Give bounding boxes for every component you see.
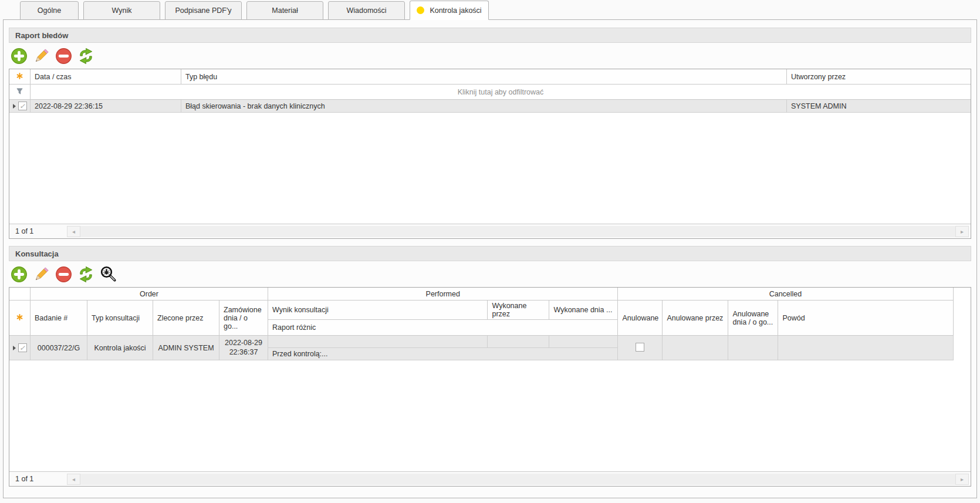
- tab-wynik[interactable]: Wynik: [83, 1, 160, 20]
- row-expander-icon[interactable]: [13, 346, 16, 350]
- check-icon: ✓: [19, 103, 25, 110]
- magnifier-bug-icon: [99, 265, 117, 283]
- column-header-wynik-konsultacji[interactable]: Wynik konsultacji: [268, 301, 488, 320]
- table-row[interactable]: ✓ 000037/22/G Kontrola jakości ADMIN SYS…: [9, 336, 972, 348]
- column-header-zamowione-dnia[interactable]: Zamówione dnia / o go...: [219, 301, 268, 336]
- required-asterisk-icon: [16, 73, 23, 79]
- refresh-icon: [77, 266, 94, 283]
- error-report-panel: Raport błedów: [9, 28, 971, 239]
- consultation-table: Order Performed Cancelled: [9, 287, 971, 360]
- delete-button[interactable]: [55, 265, 72, 283]
- error-report-toolbar: [9, 43, 971, 69]
- row-select-cell: ✓: [9, 336, 31, 360]
- column-header-powod[interactable]: Powód: [778, 301, 953, 336]
- add-button[interactable]: [10, 47, 28, 65]
- tab-label: Kontrola jakości: [430, 6, 481, 15]
- tab-podpisane-pdfy[interactable]: Podpisane PDF'y: [165, 1, 242, 20]
- horizontal-scrollbar[interactable]: ◂ ▸: [67, 226, 969, 237]
- cell-badanie: 000037/22/G: [31, 336, 87, 360]
- row-checkbox[interactable]: ✓: [18, 343, 27, 352]
- scroll-left-button[interactable]: ◂: [67, 474, 80, 485]
- scroll-track[interactable]: [80, 474, 955, 485]
- scroll-left-button[interactable]: ◂: [67, 226, 80, 237]
- cell-anulowane-dnia: [728, 336, 778, 360]
- group-header-order: Order: [31, 288, 268, 301]
- error-report-grid: Data / czas Typ błędu Utworzony przez Kl…: [9, 69, 971, 239]
- minus-circle-icon: [55, 266, 72, 283]
- grid-empty-area: [9, 360, 971, 471]
- tab-status-dot-icon: [417, 6, 424, 14]
- pencil-icon: [33, 48, 50, 65]
- table-row[interactable]: ✓ 2022-08-29 22:36:15 Błąd skierowania -…: [9, 100, 971, 113]
- tab-wiadomosci[interactable]: Wiadomości: [328, 1, 405, 20]
- tab-content: Raport błedów: [3, 19, 977, 498]
- inspect-button[interactable]: [99, 265, 117, 283]
- cell-wykonane-przez: [488, 336, 549, 348]
- pager-status: 1 of 1: [9, 227, 67, 235]
- cell-wykonane-dnia: [549, 336, 618, 348]
- cell-anulowane-przez: [663, 336, 728, 360]
- filter-input-row[interactable]: Kliknij tutaj aby odfiltrować: [31, 85, 971, 100]
- row-select-cell: ✓: [9, 100, 31, 113]
- column-header-badanie[interactable]: Badanie #: [31, 301, 87, 336]
- column-header-typ-konsultacji[interactable]: Typ konsultacji: [87, 301, 153, 336]
- group-header-row: Order Performed Cancelled: [9, 288, 972, 301]
- column-header-error-type[interactable]: Typ błędu: [181, 69, 787, 85]
- refresh-button[interactable]: [77, 265, 94, 283]
- group-header-cancelled: Cancelled: [618, 288, 953, 301]
- add-button[interactable]: [10, 265, 28, 283]
- column-header-anulowane[interactable]: Anulowane: [618, 301, 663, 336]
- anulowane-checkbox[interactable]: [636, 343, 644, 352]
- horizontal-scrollbar[interactable]: ◂ ▸: [67, 474, 969, 485]
- filter-cell-icon: [9, 85, 31, 100]
- tab-label: Ogólne: [38, 6, 61, 15]
- edit-button[interactable]: [32, 265, 50, 283]
- column-header-wykonane-dnia[interactable]: Wykonane dnia ...: [549, 301, 618, 320]
- cell-zamowione-dnia: 2022-08-29 22:36:37: [219, 336, 268, 360]
- tab-label: Wiadomości: [346, 6, 386, 15]
- column-header-wykonane-przez[interactable]: Wykonane przez: [488, 301, 549, 320]
- error-report-header: Raport błedów: [9, 28, 971, 43]
- consultation-pager: 1 of 1 ◂ ▸: [9, 471, 971, 486]
- cell-zlecone-przez: ADMIN SYSTEM: [153, 336, 219, 360]
- column-header-anulowane-przez[interactable]: Anulowane przez: [663, 301, 728, 336]
- panel-title: Raport błedów: [15, 31, 68, 40]
- column-header-date-time[interactable]: Data / czas: [31, 69, 181, 85]
- scroll-track[interactable]: [80, 226, 955, 237]
- column-header-row: Badanie # Typ konsultacji Zlecone przez …: [9, 301, 972, 320]
- column-header-anulowane-dnia[interactable]: Anulowane dnia / o go...: [728, 301, 778, 336]
- grid-empty-area: [9, 113, 971, 224]
- select-column-header: [9, 301, 31, 336]
- row-expander-icon[interactable]: [13, 104, 16, 109]
- scroll-right-button[interactable]: ▸: [955, 226, 969, 237]
- column-header-zlecone-przez[interactable]: Zlecone przez: [153, 301, 219, 336]
- pager-status: 1 of 1: [9, 475, 67, 483]
- row-checkbox[interactable]: ✓: [18, 102, 27, 110]
- column-header-row: Data / czas Typ błędu Utworzony przez: [9, 69, 971, 85]
- tab-material[interactable]: Materiał: [246, 1, 323, 20]
- panel-title: Konsultacja: [15, 249, 59, 258]
- required-asterisk-icon: [16, 314, 23, 320]
- tab-label: Podpisane PDF'y: [175, 6, 231, 15]
- tab-kontrola-jakosci[interactable]: Kontrola jakości: [410, 1, 489, 20]
- cell-anulowane: [618, 336, 663, 360]
- plus-circle-icon: [11, 48, 28, 65]
- filter-row: Kliknij tutaj aby odfiltrować: [9, 85, 971, 100]
- tab-ogolne[interactable]: Ogólne: [20, 1, 79, 20]
- column-header-created-by[interactable]: Utworzony przez: [787, 69, 971, 85]
- tab-label: Wynik: [112, 6, 132, 15]
- pencil-icon: [33, 266, 50, 283]
- cell-wynik-konsultacji: [268, 336, 488, 348]
- tab-label: Materiał: [272, 6, 298, 15]
- scroll-right-button[interactable]: ▸: [955, 474, 969, 485]
- select-column-header: [9, 69, 31, 85]
- edit-button[interactable]: [32, 47, 50, 65]
- consultation-grid: Order Performed Cancelled: [9, 287, 971, 487]
- refresh-button[interactable]: [77, 47, 94, 65]
- error-report-pager: 1 of 1 ◂ ▸: [9, 224, 971, 238]
- column-header-raport-roznic[interactable]: Raport różnic: [268, 320, 618, 336]
- delete-button[interactable]: [55, 47, 72, 65]
- cell-typ-konsultacji: Kontrola jakości: [87, 336, 153, 360]
- cell-date-time: 2022-08-29 22:36:15: [31, 100, 181, 113]
- plus-circle-icon: [11, 266, 28, 283]
